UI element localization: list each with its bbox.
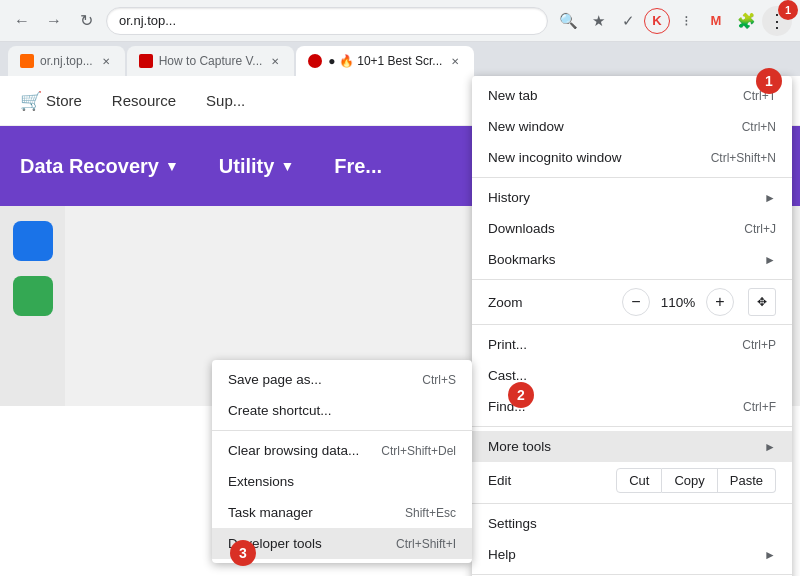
settings-label: Settings: [488, 516, 776, 531]
menu-item-cast[interactable]: Cast...: [472, 360, 792, 391]
menu-item-new-incognito[interactable]: New incognito window Ctrl+Shift+N: [472, 142, 792, 173]
zoom-minus-btn[interactable]: −: [622, 288, 650, 316]
zoom-plus-btn[interactable]: +: [706, 288, 734, 316]
site-header-free[interactable]: Fre...: [334, 155, 382, 178]
site-header-data-recovery[interactable]: Data Recovery ▼: [20, 155, 179, 178]
back-button[interactable]: ←: [8, 7, 36, 35]
three-dots-menu-btn[interactable]: ⋮ 1: [762, 6, 792, 36]
menu-item-find[interactable]: Find... Ctrl+F: [472, 391, 792, 422]
cut-btn[interactable]: Cut: [616, 468, 662, 493]
data-recovery-label: Data Recovery: [20, 155, 159, 178]
tab-1[interactable]: or.nj.top... ✕: [8, 46, 125, 76]
tab-2-close[interactable]: ✕: [268, 54, 282, 68]
paste-btn[interactable]: Paste: [718, 468, 776, 493]
checklist-icon-btn[interactable]: ✓: [614, 7, 642, 35]
clear-browsing-label: Clear browsing data...: [228, 443, 373, 458]
sidebar-icon-2: [13, 276, 53, 316]
find-shortcut: Ctrl+F: [743, 400, 776, 414]
zoom-label: Zoom: [488, 295, 622, 310]
more-tools-menu[interactable]: Save page as... Ctrl+S Create shortcut..…: [212, 360, 472, 563]
print-label: Print...: [488, 337, 734, 352]
menu-item-clear-browsing[interactable]: Clear browsing data... Ctrl+Shift+Del: [212, 435, 472, 466]
tab-3-title: ● 🔥 10+1 Best Scr...: [328, 54, 442, 68]
separator-2: [472, 279, 792, 280]
sidebar-icon-1: [13, 221, 53, 261]
print-shortcut: Ctrl+P: [742, 338, 776, 352]
save-page-shortcut: Ctrl+S: [422, 373, 456, 387]
k-icon-btn[interactable]: K: [644, 8, 670, 34]
new-tab-label: New tab: [488, 88, 735, 103]
developer-tools-shortcut: Ctrl+Shift+I: [396, 537, 456, 551]
gmail-icon-btn[interactable]: M: [702, 7, 730, 35]
bookmarks-label: Bookmarks: [488, 252, 756, 267]
bookmarks-arrow: ►: [764, 253, 776, 267]
help-label: Help: [488, 547, 756, 562]
downloads-label: Downloads: [488, 221, 736, 236]
task-manager-label: Task manager: [228, 505, 397, 520]
grid-icon-btn[interactable]: ⁝: [672, 7, 700, 35]
tab-2-title: How to Capture V...: [159, 54, 263, 68]
store-icon: 🛒: [20, 90, 42, 112]
data-recovery-arrow: ▼: [165, 158, 179, 174]
edit-label: Edit: [488, 473, 616, 488]
edit-row: Edit Cut Copy Paste: [472, 462, 792, 499]
separator-3: [472, 324, 792, 325]
menu-item-help[interactable]: Help ►: [472, 539, 792, 570]
tab-1-title: or.nj.top...: [40, 54, 93, 68]
chrome-menu[interactable]: New tab Ctrl+T New window Ctrl+N New inc…: [472, 76, 792, 576]
menu-item-developer-tools[interactable]: Developer tools Ctrl+Shift+I: [212, 528, 472, 559]
menu-badge: 1: [778, 0, 798, 20]
menu-item-new-tab[interactable]: New tab Ctrl+T: [472, 80, 792, 111]
cast-label: Cast...: [488, 368, 776, 383]
bookmark-star-btn[interactable]: ★: [584, 7, 612, 35]
zoom-row: Zoom − 110% + ✥: [472, 284, 792, 320]
reload-button[interactable]: ↻: [72, 7, 100, 35]
menu-item-extensions[interactable]: Extensions: [212, 466, 472, 497]
menu-item-new-window[interactable]: New window Ctrl+N: [472, 111, 792, 142]
browser-toolbar: ← → ↻ or.nj.top... 🔍 ★ ✓ K ⁝ M 🧩 ⋮ 1: [0, 0, 800, 42]
site-nav-store[interactable]: 🛒 Store: [20, 90, 82, 112]
separator-5: [472, 503, 792, 504]
extensions-label: Extensions: [228, 474, 456, 489]
find-label: Find...: [488, 399, 735, 414]
history-arrow: ►: [764, 191, 776, 205]
history-label: History: [488, 190, 756, 205]
puzzle-icon-btn[interactable]: 🧩: [732, 7, 760, 35]
tab-1-favicon: [20, 54, 34, 68]
address-bar[interactable]: or.nj.top...: [106, 7, 548, 35]
clear-browsing-shortcut: Ctrl+Shift+Del: [381, 444, 456, 458]
save-page-label: Save page as...: [228, 372, 414, 387]
menu-item-bookmarks[interactable]: Bookmarks ►: [472, 244, 792, 275]
menu-item-history[interactable]: History ►: [472, 182, 792, 213]
copy-btn[interactable]: Copy: [662, 468, 717, 493]
more-tools-label: More tools: [488, 439, 756, 454]
site-nav-resource[interactable]: Resource: [112, 92, 176, 109]
menu-item-settings[interactable]: Settings: [472, 508, 792, 539]
more-tools-arrow: ►: [764, 440, 776, 454]
menu-item-print[interactable]: Print... Ctrl+P: [472, 329, 792, 360]
site-header-utility[interactable]: Utility ▼: [219, 155, 294, 178]
menu-item-downloads[interactable]: Downloads Ctrl+J: [472, 213, 792, 244]
menu-item-save-page[interactable]: Save page as... Ctrl+S: [212, 364, 472, 395]
zoom-icon-btn[interactable]: 🔍: [554, 7, 582, 35]
downloads-shortcut: Ctrl+J: [744, 222, 776, 236]
edit-buttons: Cut Copy Paste: [616, 468, 776, 493]
tab-2[interactable]: How to Capture V... ✕: [127, 46, 295, 76]
help-arrow: ►: [764, 548, 776, 562]
forward-button[interactable]: →: [40, 7, 68, 35]
tab-1-close[interactable]: ✕: [99, 54, 113, 68]
tab-3[interactable]: ● 🔥 10+1 Best Scr... ✕: [296, 46, 474, 76]
zoom-controls: − 110% + ✥: [622, 288, 776, 316]
menu-item-create-shortcut[interactable]: Create shortcut...: [212, 395, 472, 426]
tab-bar: or.nj.top... ✕ How to Capture V... ✕ ● 🔥…: [0, 42, 800, 76]
new-incognito-shortcut: Ctrl+Shift+N: [711, 151, 776, 165]
site-nav-store-label: Store: [46, 92, 82, 109]
site-nav-support[interactable]: Sup...: [206, 92, 245, 109]
zoom-percent: 110%: [658, 295, 698, 310]
fullscreen-btn[interactable]: ✥: [748, 288, 776, 316]
menu-item-task-manager[interactable]: Task manager Shift+Esc: [212, 497, 472, 528]
menu-item-more-tools[interactable]: More tools ►: [472, 431, 792, 462]
tab-3-close[interactable]: ✕: [448, 54, 462, 68]
separator-1: [472, 177, 792, 178]
toolbar-icons: 🔍 ★ ✓ K ⁝ M 🧩 ⋮ 1: [554, 6, 792, 36]
